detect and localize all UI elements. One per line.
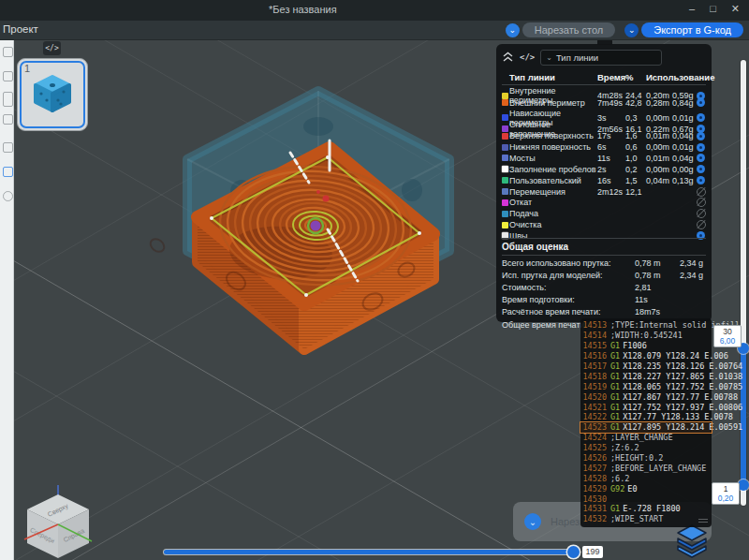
export-gcode-label[interactable]: Экспорт в G-код — [641, 22, 743, 37]
legend-row[interactable]: Нависающие периметры 3s 0,3 0,00m 0,01g — [496, 109, 712, 120]
visibility-eye-icon[interactable] — [697, 165, 705, 173]
legend-row[interactable]: Швы — [496, 230, 712, 242]
die-model-thumbnail — [30, 71, 75, 116]
visibility-eye-icon[interactable] — [697, 98, 705, 107]
minimize-button[interactable]: – — [689, 3, 695, 15]
gcode-line[interactable]: 14526 ;HEIGHT:0.2 — [580, 453, 712, 464]
gcode-line[interactable]: 14523 G1 X127.895 Y128.214 E.00591 — [580, 422, 712, 433]
code-panel-toggle[interactable]: </> — [43, 41, 61, 55]
visibility-eye-icon[interactable] — [697, 220, 706, 229]
notification-chevron-icon[interactable]: ⌄ — [524, 513, 541, 530]
gcode-line[interactable]: 14525 ;Z:6.2 — [580, 443, 712, 453]
visibility-eye-icon[interactable] — [697, 198, 706, 207]
visibility-eye-icon[interactable] — [697, 132, 705, 140]
moves-slider-track[interactable] — [164, 550, 579, 554]
summary-row: Исп. прутка для моделей: 0,78 m 2,34 g — [502, 269, 706, 281]
legend-row[interactable]: Откат — [496, 197, 712, 208]
tab-project[interactable]: Проект — [3, 23, 38, 35]
gcode-line-number: 14525 — [580, 443, 607, 452]
gcode-line[interactable]: 14531 G1 E-.728 F1800 — [580, 504, 712, 514]
visibility-eye-icon[interactable] — [697, 187, 706, 197]
legend-row[interactable]: Внешний периметр 7m49s 42,8 0,28m 0,84g — [496, 97, 712, 109]
gcode-line[interactable]: 14528 ;6.2 — [580, 473, 712, 483]
gcode-line-number: 14522 — [580, 412, 607, 421]
legend-row[interactable]: Нижняя поверхность 6s 0,6 0,00m 0,01g — [496, 141, 712, 153]
gcode-line[interactable]: 14529 G92 E0 — [580, 483, 712, 494]
line-type-color-swatch — [502, 133, 508, 140]
gcode-line[interactable]: 14524 ;LAYER_CHANGE — [580, 433, 712, 443]
gcode-line[interactable]: 14513 ;TYPE:Internal solid infill — [580, 320, 712, 331]
export-gcode-button[interactable]: ⌄ Экспорт в G-код — [624, 22, 743, 37]
gcode-line-number: 14530 — [580, 494, 607, 504]
visibility-eye-icon[interactable] — [697, 143, 705, 152]
slice-plate-button[interactable]: ⌄ Нарезать стол — [506, 22, 616, 37]
gcode-line[interactable]: 14519 G1 X128.065 Y127.752 E.00785 — [580, 381, 712, 391]
gcode-viewer-panel[interactable]: 14513 ;TYPE:Internal solid infill 14514 … — [580, 318, 712, 527]
view-cube[interactable]: Сверху Спереди Справа — [24, 485, 92, 558]
show-gcode-icon[interactable]: </> — [520, 52, 535, 62]
layers-logo-icon[interactable] — [674, 523, 710, 558]
visibility-eye-icon[interactable] — [697, 231, 705, 240]
visibility-eye-icon[interactable] — [697, 154, 705, 162]
summary-row: Время подготовки: 11s — [502, 294, 706, 306]
gcode-line[interactable]: 14527 ;BEFORE_LAYER_CHANGE — [580, 463, 712, 473]
line-type-label: Верхняя поверхность — [509, 131, 597, 140]
legend-row[interactable]: Внутренние периметры 4m28s 24,4 0,20m 0,… — [496, 86, 712, 97]
resize-grip-icon[interactable] — [698, 518, 708, 524]
gcode-line[interactable]: 14514 ;WIDTH:0.545241 — [580, 331, 712, 341]
plate-thumbnail[interactable]: 1 — [17, 58, 88, 131]
gcode-line[interactable]: 14530 — [580, 494, 712, 504]
slice-plate-label[interactable]: Нарезать стол — [522, 22, 616, 37]
gcode-line[interactable]: 14521 G1 X127.752 Y127.937 E.00806 — [580, 402, 712, 412]
legend-row[interactable]: Верхняя поверхность 17s 1,6 0,01m 0,04g — [496, 130, 712, 141]
gcode-legend-panel: ⌃ </> ⌄ Тип линии Тип линии Время % Испо… — [496, 44, 712, 322]
gcode-lines: 14513 ;TYPE:Internal solid infill 14514 … — [580, 320, 712, 524]
chevron-down-icon[interactable]: ⌄ — [506, 23, 520, 37]
legend-row[interactable]: Заполнение пробелов 2s 0,2 0,00m 0,00g — [496, 164, 712, 175]
move-tool-icon[interactable] — [3, 47, 13, 57]
gcode-line[interactable]: 14520 G1 X127.867 Y127.77 E.00788 — [580, 391, 712, 402]
gcode-line[interactable]: 14516 G1 X128.079 Y128.24 E.006 — [580, 351, 712, 361]
gcode-line-number: 14514 — [580, 331, 607, 340]
search-icon[interactable] — [3, 191, 13, 201]
col-percent: % — [625, 72, 646, 82]
gcode-line[interactable]: 14522 G1 X127.77 Y128.133 E.0078 — [580, 412, 712, 422]
crosshair-tool-icon[interactable] — [3, 114, 13, 125]
visibility-eye-icon[interactable] — [697, 176, 705, 184]
paste-tool-icon[interactable] — [3, 71, 13, 81]
legend-row[interactable]: Пользовательский 16s 1,5 0,04m 0,13g — [496, 175, 712, 186]
gcode-line-number: 14529 — [580, 484, 607, 494]
summary-row: Стоимость: 2,81 — [502, 281, 706, 293]
line-type-color-swatch — [502, 166, 508, 172]
collapse-panel-icon[interactable] — [502, 52, 514, 63]
line-type-color-swatch — [502, 177, 508, 184]
legend-row[interactable]: Подача — [496, 208, 712, 219]
gcode-line-number: 14526 — [580, 453, 607, 463]
line-type-label: Внешний периметр — [509, 98, 597, 108]
line-type-color-swatch — [502, 125, 508, 132]
legend-row[interactable]: Перемещения 2m12s 12,1 — [496, 186, 712, 198]
clipboard-tool-icon[interactable] — [3, 142, 13, 153]
gcode-line-number: 14515 — [580, 341, 607, 350]
gcode-line[interactable]: 14517 G1 X128.235 Y128.126 E.00764 — [580, 361, 712, 372]
legend-row[interactable]: Очистка — [496, 219, 712, 230]
chevron-down-icon[interactable]: ⌄ — [624, 23, 639, 37]
maximize-button[interactable]: □ — [710, 3, 716, 15]
input-field-fragment[interactable] — [3, 92, 13, 107]
gcode-line[interactable]: 14515 G1 F1006 — [580, 341, 712, 351]
legend-row[interactable]: Мосты 11s 1,0 0,01m 0,04g — [496, 153, 712, 164]
visibility-eye-icon[interactable] — [697, 209, 706, 218]
gcode-line-number: 14519 — [580, 382, 607, 391]
gcode-line[interactable]: 14518 G1 X128.227 Y127.865 E.01038 — [580, 371, 712, 381]
line-type-label: Очистка — [509, 220, 597, 229]
moves-slider-handle[interactable] — [567, 546, 580, 558]
view-type-dropdown[interactable]: ⌄ Тип линии — [540, 50, 662, 66]
line-type-label: Заполнение пробелов — [509, 165, 597, 174]
line-type-label: Швы — [509, 231, 597, 241]
gcode-line-number: 14531 — [580, 504, 607, 513]
sort-arrows-icon[interactable] — [3, 167, 13, 177]
layer-top-tooltip: 30 6,00 — [713, 325, 742, 347]
close-button[interactable]: ✕ — [731, 3, 740, 15]
layer-bottom-index: 1 — [712, 484, 739, 494]
gcode-line[interactable]: 14532 ;WIPE_START — [580, 514, 712, 524]
